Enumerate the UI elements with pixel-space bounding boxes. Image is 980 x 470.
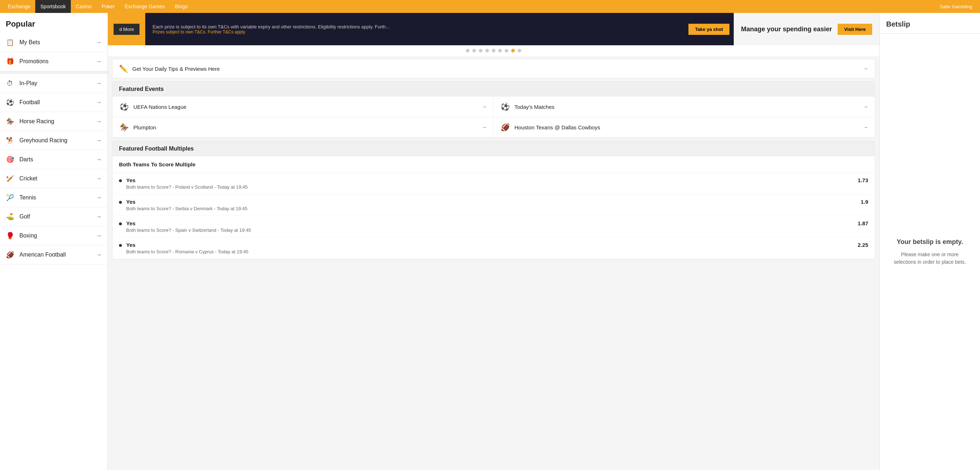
carousel-dot-7[interactable]: [505, 49, 508, 52]
multiples-header: Featured Football Multiples: [113, 141, 875, 156]
nav-sportsbook[interactable]: Sportsbook: [35, 0, 71, 13]
tips-pencil-icon: ✏️: [119, 64, 128, 73]
football-icon: ⚽: [6, 98, 14, 107]
carousel-dot-9[interactable]: [518, 49, 521, 52]
sidebar-item-darts[interactable]: 🎯 Darts →: [0, 150, 108, 169]
darts-icon: 🎯: [6, 155, 14, 164]
banner-take-shot-button[interactable]: Take ya shot: [689, 24, 729, 35]
uefa-icon: ⚽: [119, 102, 129, 112]
bet-label-1: Yes: [126, 199, 855, 205]
carousel-dots: [108, 45, 879, 56]
betslip-title: Betslip: [880, 13, 980, 34]
bet-label-0: Yes: [126, 177, 852, 183]
nav-bingo[interactable]: Bingo: [170, 0, 193, 13]
bet-item-1[interactable]: Yes Both teams to Score? - Serbia v Denm…: [113, 194, 875, 216]
betslip-empty-desc: Please make one or more selections in or…: [891, 251, 969, 266]
banner-area: d More Each prize is subject to its own …: [108, 13, 879, 56]
todays-matches-label: Today's Matches: [514, 104, 863, 110]
top-nav: Exchange Sportsbook Casino Poker Exchang…: [0, 0, 980, 13]
sidebar-item-my-bets[interactable]: 📋 My Bets →: [0, 33, 108, 52]
sidebar-item-in-play[interactable]: ⏱ In-Play →: [0, 74, 108, 93]
bet-odds-3: 2.25: [858, 242, 868, 248]
bet-item-0[interactable]: Yes Both teams to Score? - Poland v Scot…: [113, 173, 875, 194]
uefa-arrow: →: [482, 104, 487, 110]
plumpton-label: Plumpton: [134, 124, 482, 130]
sidebar-label-golf: Golf: [19, 213, 96, 220]
bet-bullet-2: [119, 222, 122, 225]
sidebar-item-american-football[interactable]: 🏈 American Football →: [0, 245, 108, 264]
banner-center-link[interactable]: Prizes subject to own T&Cs. Further T&Cs…: [153, 29, 671, 35]
carousel-dot-2[interactable]: [473, 49, 476, 52]
boxing-icon: 🥊: [6, 232, 14, 240]
carousel-dot-1[interactable]: [466, 49, 469, 52]
multiples-subheader: Both Teams To Score Multiple: [113, 156, 875, 173]
houston-label: Houston Texans @ Dallas Cowboys: [514, 124, 863, 130]
sidebar-item-promotions[interactable]: 🎁 Promotions →: [0, 52, 108, 71]
plumpton-arrow: →: [482, 124, 487, 130]
featured-item-todays-matches[interactable]: ⚽ Today's Matches →: [493, 97, 875, 117]
golf-icon: ⛳: [6, 212, 14, 221]
sidebar-item-golf[interactable]: ⛳ Golf →: [0, 207, 108, 226]
american-football-arrow: →: [96, 251, 102, 258]
bet-label-2: Yes: [126, 220, 852, 226]
banner-visit-here-button[interactable]: Visit Here: [838, 24, 872, 35]
featured-item-uefa[interactable]: ⚽ UEFA Nations League →: [113, 97, 493, 117]
carousel-dot-3[interactable]: [479, 49, 482, 52]
todays-matches-icon: ⚽: [500, 102, 510, 112]
bet-bullet-3: [119, 244, 122, 247]
plumpton-icon: 🏇: [119, 122, 129, 132]
sidebar-item-football[interactable]: ⚽ Football →: [0, 93, 108, 112]
sidebar-item-horse-racing[interactable]: 🏇 Horse Racing →: [0, 112, 108, 131]
tips-label: Get Your Daily Tips & Previews Here: [132, 66, 863, 72]
bet-odds-1: 1.9: [861, 199, 868, 205]
bet-bullet-1: [119, 201, 122, 204]
promotions-icon: 🎁: [6, 57, 14, 66]
bet-desc-1: Both teams to Score? - Serbia v Denmark …: [126, 206, 855, 211]
bet-item-3[interactable]: Yes Both teams to Score? - Romania v Cyp…: [113, 238, 875, 259]
nav-exchange-games[interactable]: Exchange Games: [120, 0, 170, 13]
bet-odds-2: 1.87: [858, 220, 868, 226]
sidebar-item-greyhound-racing[interactable]: 🐕 Greyhound Racing →: [0, 131, 108, 150]
betslip-empty: Your betslip is empty. Please make one o…: [880, 34, 980, 470]
banner-left: d More: [108, 13, 145, 45]
sidebar-label-football: Football: [19, 99, 96, 106]
banner-center-text: Each prize is subject to its own T&Cs wi…: [153, 24, 671, 29]
bet-desc-0: Both teams to Score? - Poland v Scotland…: [126, 184, 852, 190]
carousel-dot-8[interactable]: [511, 49, 515, 52]
sidebar-label-boxing: Boxing: [19, 232, 96, 239]
carousel-dot-6[interactable]: [498, 49, 502, 52]
featured-item-houston[interactable]: 🏈 Houston Texans @ Dallas Cowboys →: [493, 117, 875, 138]
carousel-dot-5[interactable]: [492, 49, 495, 52]
uefa-label: UEFA Nations League: [134, 104, 482, 110]
horse-racing-arrow: →: [96, 118, 102, 125]
featured-item-plumpton[interactable]: 🏇 Plumpton →: [113, 117, 493, 138]
sidebar-item-cricket[interactable]: 🏏 Cricket →: [0, 169, 108, 188]
banner-right-text: Manage your spending easier: [741, 25, 832, 33]
nav-casino[interactable]: Casino: [71, 0, 97, 13]
horse-racing-icon: 🏇: [6, 117, 14, 126]
banner-right: Manage your spending easier Visit Here: [734, 13, 879, 45]
nav-poker[interactable]: Poker: [97, 0, 120, 13]
cricket-icon: 🏏: [6, 174, 14, 183]
sidebar: Popular 📋 My Bets → 🎁 Promotions → ⏱ In-…: [0, 13, 108, 470]
featured-events-section: Featured Events ⚽ UEFA Nations League → …: [112, 81, 875, 138]
bet-info-2: Yes Both teams to Score? - Spain v Switz…: [126, 220, 852, 233]
nav-exchange[interactable]: Exchange: [3, 0, 35, 13]
sidebar-label-promotions: Promotions: [19, 58, 96, 65]
american-football-icon: 🏈: [6, 251, 14, 259]
banner-more-button[interactable]: d More: [114, 24, 140, 35]
greyhound-racing-icon: 🐕: [6, 136, 14, 145]
greyhound-racing-arrow: →: [96, 137, 102, 144]
tips-bar[interactable]: ✏️ Get Your Daily Tips & Previews Here →: [112, 59, 875, 78]
tennis-arrow: →: [96, 194, 102, 201]
banner-center: Each prize is subject to its own T&Cs wi…: [145, 13, 678, 45]
cricket-arrow: →: [96, 175, 102, 182]
sidebar-label-in-play: In-Play: [19, 80, 96, 87]
houston-icon: 🏈: [500, 122, 510, 132]
sidebar-item-boxing[interactable]: 🥊 Boxing →: [0, 226, 108, 245]
sidebar-item-tennis[interactable]: 🎾 Tennis →: [0, 188, 108, 207]
carousel-dot-4[interactable]: [485, 49, 489, 52]
safer-gambling-link[interactable]: Safer Gambling: [935, 4, 977, 10]
bet-item-2[interactable]: Yes Both teams to Score? - Spain v Switz…: [113, 216, 875, 238]
my-bets-icon: 📋: [6, 38, 14, 47]
